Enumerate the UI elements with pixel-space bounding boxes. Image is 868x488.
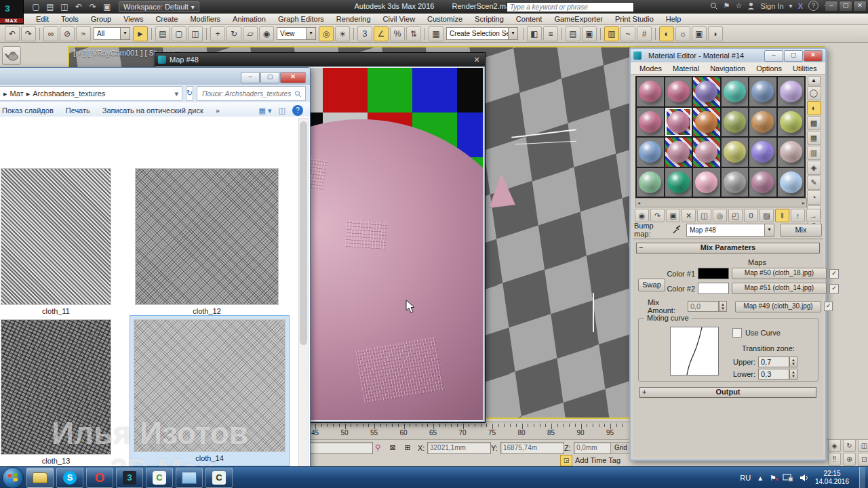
x-coordinate-field[interactable]: 32021,1mm — [427, 442, 491, 454]
material-editor-icon[interactable]: ◐ — [659, 26, 674, 41]
material-slot[interactable] — [637, 138, 664, 167]
put-material-to-scene-icon[interactable]: ↷ — [650, 209, 665, 222]
explorer-maximize-button[interactable]: ▢ — [260, 72, 279, 83]
3dsmax-logo[interactable]: ɜ MAX — [0, 0, 24, 24]
action-center-icon[interactable]: ⚑✕ — [770, 474, 776, 483]
render-icon[interactable]: ◗ — [708, 26, 723, 41]
material-slot[interactable] — [778, 108, 805, 137]
taskbar-opera-icon[interactable]: O — [86, 468, 113, 488]
collapse-icon[interactable]: − — [639, 243, 643, 252]
open-file-icon[interactable]: ▤ — [45, 0, 56, 14]
material-slot[interactable] — [778, 138, 805, 167]
pick-material-eyedropper-icon[interactable] — [672, 225, 681, 235]
texture-thumbnail[interactable]: cloth_14 — [130, 315, 290, 466]
make-preview-icon[interactable]: ◈ — [807, 161, 821, 175]
breadcrumb[interactable]: ▸ Мат ▸ Archshaders_textures ▾ — [0, 86, 182, 101]
explorer-search-box[interactable] — [197, 86, 306, 101]
map-window-titlebar[interactable]: Map #48 ✕ — [155, 53, 485, 66]
selection-lock-icon[interactable]: ⊠ — [387, 442, 399, 453]
taskbar-clock[interactable]: 22:15 14.04.2016 — [815, 470, 853, 486]
sign-in-link[interactable]: Sign In — [760, 2, 783, 10]
selection-region-icon[interactable]: ▢ — [172, 26, 186, 41]
menu-item[interactable]: GameExporter — [548, 15, 609, 23]
show-end-result-icon[interactable]: ‖ — [775, 209, 789, 222]
help-icon[interactable]: ? — [808, 1, 818, 11]
menu-item[interactable]: Create — [149, 15, 184, 23]
orbit-subobject-icon[interactable]: ⊕ — [843, 453, 856, 466]
project-folder-icon[interactable]: ▣ — [102, 0, 113, 14]
select-move-icon[interactable]: + — [210, 26, 225, 41]
material-slot[interactable] — [665, 168, 692, 197]
taskbar-recorder-icon[interactable]: C — [205, 468, 233, 488]
video-color-check-icon[interactable]: ▥ — [807, 146, 821, 160]
lower-spinner[interactable]: 0,3 ▲▼ — [758, 369, 797, 380]
taskbar-3dsmax-icon[interactable]: 3 — [116, 468, 143, 488]
edit-named-selections-icon[interactable]: ▦ — [429, 26, 443, 41]
material-type-button[interactable]: Mix — [780, 224, 822, 237]
reset-map-icon[interactable]: ✕ — [682, 209, 696, 222]
select-rotate-icon[interactable]: ↻ — [226, 26, 241, 41]
search-icon[interactable] — [710, 2, 718, 10]
named-selection-dropdown[interactable]: Create Selection Se▾ — [446, 27, 518, 40]
speaker-icon[interactable] — [800, 474, 809, 482]
material-slot[interactable] — [749, 138, 776, 167]
graphite-ribbon-icon[interactable]: ▣ — [582, 26, 597, 41]
med-minimize-button[interactable]: – — [764, 50, 783, 62]
make-material-copy-icon[interactable]: ◫ — [697, 209, 711, 222]
bind-spacewarp-icon[interactable]: ≈ — [76, 26, 91, 41]
thumbnail-image[interactable] — [135, 168, 279, 305]
snap-toggle-3d-icon[interactable]: 3 — [357, 26, 372, 41]
make-unique-icon[interactable]: ◎ — [713, 209, 727, 222]
use-curve-checkbox[interactable] — [732, 328, 742, 338]
orbit-icon[interactable]: ↻ — [843, 439, 856, 452]
breadcrumb-root[interactable]: Мат — [10, 89, 24, 98]
time-tag-icon[interactable]: ◲ — [560, 455, 572, 466]
menu-item[interactable]: Civil View — [377, 15, 421, 23]
taskbar-skype-icon[interactable]: S — [56, 468, 83, 488]
select-manipulate-icon[interactable]: ∗ — [335, 26, 350, 41]
menu-item[interactable]: Edit — [30, 15, 55, 23]
curve-editor-icon[interactable]: ~ — [620, 26, 635, 41]
material-slot[interactable] — [778, 168, 805, 197]
start-button[interactable] — [2, 467, 24, 488]
menu-item[interactable]: Help — [660, 15, 688, 23]
map2-checkbox[interactable]: ✓ — [829, 284, 839, 293]
thumbnail-image[interactable] — [1, 319, 111, 455]
menu-item[interactable]: Modifiers — [184, 15, 226, 23]
help-icon[interactable]: ? — [292, 105, 303, 116]
render-setup-icon[interactable]: ☼ — [675, 26, 690, 41]
explorer-titlebar[interactable]: – ▢ ✕ — [0, 68, 310, 85]
material-slot[interactable] — [722, 108, 749, 137]
material-slot[interactable] — [722, 77, 749, 106]
preview-pane-icon[interactable]: ◫ — [279, 106, 285, 115]
color2-swatch[interactable] — [698, 283, 729, 294]
select-object-icon[interactable]: ► — [133, 26, 148, 41]
use-pivot-center-icon[interactable]: ◎ — [319, 26, 334, 41]
a360-icon[interactable]: X — [798, 2, 803, 10]
language-indicator[interactable]: RU — [740, 474, 751, 482]
thumbnail-image[interactable] — [1, 168, 111, 305]
menu-item[interactable]: Rendering — [330, 15, 377, 23]
communication-center-icon[interactable]: ⚑ — [724, 1, 730, 10]
material-slot[interactable] — [693, 77, 720, 106]
views-icon[interactable]: ▦ ▾ — [259, 106, 272, 115]
favorites-star-icon[interactable]: ☆ — [735, 1, 742, 10]
material-slot[interactable] — [693, 138, 720, 167]
med-maximize-button[interactable]: ▢ — [784, 50, 803, 62]
menu-item[interactable]: Group — [85, 15, 118, 23]
unlink-icon[interactable]: ⊘ — [60, 26, 75, 41]
spinner-arrows-icon[interactable]: ▲▼ — [719, 301, 727, 312]
mirror-icon[interactable]: ◧ — [527, 26, 542, 41]
percent-snap-icon[interactable]: % — [390, 26, 405, 41]
med-menu-item[interactable]: Navigation — [705, 64, 750, 73]
taskbar-photo-icon[interactable] — [176, 468, 203, 488]
material-slot[interactable] — [693, 108, 720, 137]
menu-item[interactable]: Graph Editors — [272, 15, 330, 23]
swap-button[interactable]: Swap — [638, 279, 665, 291]
thumbnail-image[interactable] — [134, 319, 285, 452]
new-scene-icon[interactable]: ▢ — [31, 0, 41, 14]
backlight-icon[interactable]: ◐ — [807, 101, 821, 115]
material-editor-titlebar[interactable]: Material Editor - Material #14 – ▢ ✕ — [631, 49, 825, 62]
select-scale-icon[interactable]: ▱ — [243, 26, 258, 41]
absolute-mode-icon[interactable]: ⊞ — [401, 442, 414, 453]
